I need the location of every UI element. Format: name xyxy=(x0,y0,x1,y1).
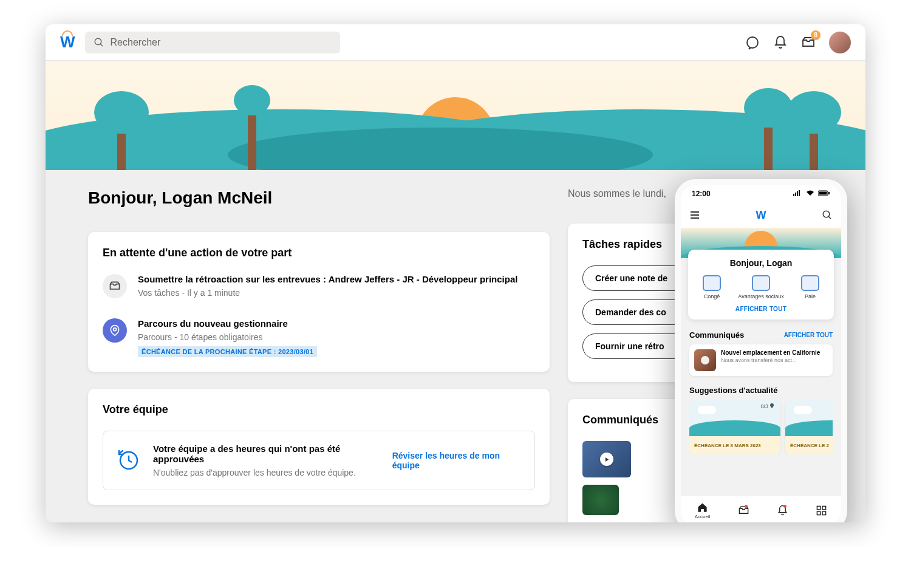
show-all-link[interactable]: AFFICHER TOUT xyxy=(694,306,828,312)
svg-rect-10 xyxy=(819,192,827,195)
action-sub: Parcours - 10 étapes obligatoires xyxy=(138,332,317,342)
due-label: ÉCHÉANCE LE 8 MARS 2023 xyxy=(689,436,780,454)
action-sub: Vos tâches - Il y a 1 minute xyxy=(138,288,517,298)
play-icon xyxy=(701,356,709,364)
suitcase-icon xyxy=(703,275,721,291)
nav-home[interactable]: Accueil xyxy=(695,502,711,519)
greeting-text: Bonjour, Logan McNeil xyxy=(88,188,272,208)
suggestion-card[interactable]: ÉCHÉANCE LE 2 xyxy=(785,400,833,454)
nav-apps[interactable] xyxy=(816,505,827,516)
action-item[interactable]: Parcours du nouveau gestionnaire Parcour… xyxy=(103,318,535,357)
workday-logo[interactable]: W xyxy=(756,209,766,222)
clock-refresh-icon xyxy=(115,447,142,474)
svg-point-15 xyxy=(823,211,830,217)
nav-notifications[interactable] xyxy=(777,505,788,516)
phone-shortcut-benefits[interactable]: Avantages sociaux xyxy=(738,275,783,299)
due-badge: ÉCHÉANCE DE LA PROCHAINE ÉTAPE : 2023/03… xyxy=(138,346,317,357)
inbox-badge: 8 xyxy=(811,30,821,40)
notification-dot xyxy=(783,505,786,508)
user-avatar[interactable] xyxy=(829,32,851,53)
svg-rect-8 xyxy=(799,190,800,196)
svg-rect-5 xyxy=(793,194,794,196)
phone-header: W xyxy=(681,202,841,228)
inbox-icon[interactable]: 8 xyxy=(801,35,816,50)
review-hours-link[interactable]: Réviser les heures de mon équipe xyxy=(392,451,522,470)
search-icon xyxy=(94,37,104,48)
phone-overlay: 12:00 W Bonjour, Logan Congé Avantages s… xyxy=(675,179,847,522)
wallet-icon xyxy=(801,275,819,291)
chat-icon[interactable] xyxy=(745,35,760,50)
suggestions-title: Suggestions d'actualité xyxy=(689,386,777,395)
search-icon[interactable] xyxy=(822,210,833,220)
inbox-task-icon xyxy=(103,274,127,298)
phone-status-bar: 12:00 xyxy=(681,185,841,202)
video-thumb xyxy=(694,349,716,371)
date-text: Nous sommes le lundi, xyxy=(568,188,666,199)
svg-rect-17 xyxy=(817,506,821,510)
phone-shortcut-pay[interactable]: Paie xyxy=(801,275,819,299)
phone-greeting-card: Bonjour, Logan Congé Avantages sociaux P… xyxy=(688,250,834,320)
menu-icon[interactable] xyxy=(689,210,700,220)
awaiting-action-card: En attente d'une action de votre part So… xyxy=(88,232,550,372)
notification-dot xyxy=(745,505,748,508)
svg-point-2 xyxy=(747,37,758,48)
phone-shortcut-leave[interactable]: Congé xyxy=(703,275,721,299)
action-item[interactable]: Soumettre la rétroaction sur les entrevu… xyxy=(103,274,535,301)
svg-point-3 xyxy=(114,328,117,331)
nav-inbox[interactable] xyxy=(738,505,749,516)
bell-icon[interactable] xyxy=(773,35,788,50)
awaiting-title: En attente d'une action de votre part xyxy=(103,247,535,259)
team-title: Votre équipe xyxy=(103,403,535,416)
communique-thumb[interactable] xyxy=(582,485,619,515)
comm-item-sub: Nous avons transféré nos act... xyxy=(721,357,820,363)
team-card: Votre équipe Votre équipe a des heures q… xyxy=(88,389,550,505)
svg-rect-7 xyxy=(797,191,798,196)
desktop-app: W Rechercher 8 Bonj xyxy=(46,24,865,522)
play-icon xyxy=(600,453,613,466)
workday-logo[interactable]: W xyxy=(60,33,75,52)
suggestion-card[interactable]: 0/3 ÉCHÉANCE LE 8 MARS 2023 xyxy=(689,400,780,454)
search-input[interactable]: Rechercher xyxy=(85,32,340,53)
phone-comm-title: Communiqués xyxy=(689,330,744,340)
progress-marker: 0/3 xyxy=(760,403,774,409)
phone-bottom-nav: Accueil xyxy=(681,495,841,522)
search-placeholder: Rechercher xyxy=(111,37,161,48)
hero-banner xyxy=(46,61,865,170)
svg-line-1 xyxy=(100,44,103,46)
due-label: ÉCHÉANCE LE 2 xyxy=(785,436,833,454)
phone-time: 12:00 xyxy=(692,190,711,198)
action-title: Soumettre la rétroaction sur les entrevu… xyxy=(138,274,517,284)
top-bar: W Rechercher 8 xyxy=(46,24,865,61)
phone-communique-item[interactable]: Nouvel emplacement en Californie Nous av… xyxy=(689,344,833,376)
journey-icon xyxy=(103,318,127,343)
status-icons xyxy=(793,190,830,198)
shield-icon xyxy=(752,275,770,291)
communique-video-thumb[interactable] xyxy=(582,441,631,477)
phone-greeting: Bonjour, Logan xyxy=(694,258,828,268)
svg-rect-18 xyxy=(822,506,826,510)
svg-point-0 xyxy=(95,38,101,45)
comm-item-title: Nouvel emplacement en Californie xyxy=(721,349,820,356)
svg-rect-11 xyxy=(828,192,830,194)
action-title: Parcours du nouveau gestionnaire xyxy=(138,318,317,329)
team-alert-title: Votre équipe a des heures qui n'ont pas … xyxy=(153,443,381,464)
svg-rect-6 xyxy=(795,193,796,196)
phone-comm-link[interactable]: AFFICHER TOUT xyxy=(784,332,833,338)
svg-rect-20 xyxy=(822,511,826,515)
svg-line-16 xyxy=(828,216,831,219)
svg-rect-19 xyxy=(817,511,821,515)
team-alert-sub: N'oubliez pas d'approuver les heures de … xyxy=(153,468,381,477)
team-alert-box: Votre équipe a des heures qui n'ont pas … xyxy=(103,431,535,490)
